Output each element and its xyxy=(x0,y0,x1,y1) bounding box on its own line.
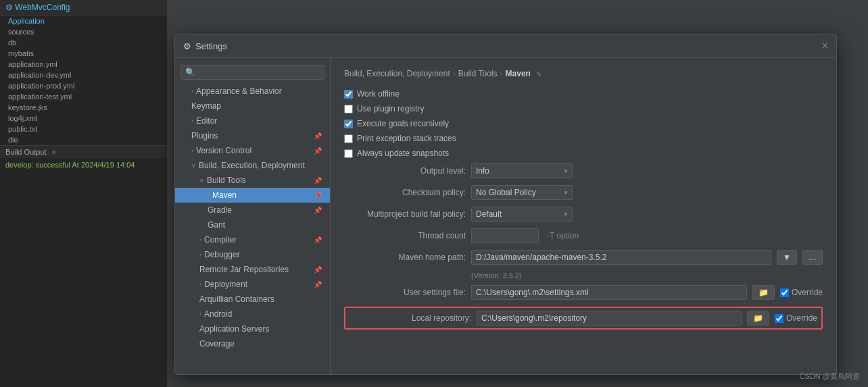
expand-icon: › xyxy=(191,118,193,124)
breadcrumb-edit-icon[interactable]: ✎ xyxy=(536,70,541,78)
output-level-row: Output level: Info Debug Error xyxy=(344,163,823,178)
build-output-close[interactable]: × xyxy=(52,148,56,156)
nav-remote-jar[interactable]: Remote Jar Repositories 📌 xyxy=(175,262,330,277)
nav-build-execution-deployment[interactable]: ∨ Build, Execution, Deployment xyxy=(175,158,330,173)
use-plugin-registry-checkbox[interactable] xyxy=(344,105,353,113)
build-output-tab-label[interactable]: Build Output xyxy=(5,148,47,156)
user-settings-input[interactable] xyxy=(471,285,747,300)
nav-debugger-label: Debugger xyxy=(204,250,240,259)
application-prod-yml-item[interactable]: application-prod.yml xyxy=(0,80,167,91)
application-item[interactable]: Application xyxy=(0,16,167,26)
nav-coverage[interactable]: Coverage xyxy=(175,336,330,351)
user-settings-override-checkbox[interactable] xyxy=(780,288,789,297)
maven-home-browse-button[interactable]: ▼ xyxy=(777,250,797,265)
build-status: develop: successful At 2024/4/19 14:04 xyxy=(0,158,167,172)
pin-icon: 📌 xyxy=(314,132,322,140)
dialog-body: 🔍 › Appearance & Behavior Keymap › Edito… xyxy=(175,58,836,374)
nav-application-servers[interactable]: Application Servers xyxy=(175,321,330,336)
print-exception-checkbox[interactable] xyxy=(344,134,353,143)
dialog-title-bar: ⚙ Settings × xyxy=(175,34,836,58)
nav-gradle-label: Gradle xyxy=(208,205,232,215)
webmvcconfig-item[interactable]: ⚙ WebMvcConfig xyxy=(5,3,70,12)
nav-debugger[interactable]: › Debugger xyxy=(175,247,330,262)
expand-icon: ∨ xyxy=(191,162,196,169)
multiproject-policy-select[interactable]: Default Never Fail At End Fail Fast xyxy=(471,207,573,222)
nav-android[interactable]: › Android xyxy=(175,307,330,321)
maven-version-note: (Version: 3.5.2) xyxy=(471,272,823,280)
multiproject-policy-row: Multiproject build fail policy: Default … xyxy=(344,207,823,222)
nav-appearance-behavior[interactable]: › Appearance & Behavior xyxy=(175,84,330,99)
log4j-xml-item[interactable]: log4j.xml xyxy=(0,113,167,124)
application-yml-item[interactable]: application.yml xyxy=(0,59,167,70)
local-repo-override-checkbox[interactable] xyxy=(775,314,783,323)
breadcrumb-part2: Build Tools xyxy=(458,69,498,78)
keystore-jks-item[interactable]: keystore.jks xyxy=(0,102,167,113)
user-settings-label: User settings file: xyxy=(344,288,466,297)
checksum-policy-row: Checksum policy: No Global Policy Strict… xyxy=(344,185,823,200)
local-repo-override-label[interactable]: Override xyxy=(786,313,817,323)
settings-search-box[interactable]: 🔍 xyxy=(180,65,324,80)
always-update-row: Always update snapshots xyxy=(344,149,823,158)
db-item[interactable]: db xyxy=(0,37,167,48)
build-output-bar: Build Output × xyxy=(0,145,167,158)
settings-nav: 🔍 › Appearance & Behavior Keymap › Edito… xyxy=(175,58,331,374)
nav-version-control[interactable]: › Version Control 📌 xyxy=(175,143,330,158)
nav-gradle[interactable]: Gradle 📌 xyxy=(175,203,330,217)
thread-count-input[interactable] xyxy=(471,228,539,243)
nav-build-execution-label: Build, Execution, Deployment xyxy=(199,161,305,170)
dialog-title-text: Settings xyxy=(195,41,227,51)
multiproject-select-wrapper: Default Never Fail At End Fail Fast xyxy=(471,207,573,222)
nav-gant[interactable]: Gant xyxy=(175,217,330,232)
always-update-checkbox[interactable] xyxy=(344,149,353,158)
expand-icon: › xyxy=(199,311,201,317)
nav-compiler[interactable]: › Compiler 📌 xyxy=(175,232,330,247)
nav-version-control-label: Version Control xyxy=(196,146,251,155)
execute-goals-row: Execute goals recursively xyxy=(344,119,823,128)
checksum-policy-select[interactable]: No Global Policy Strict Lax Warn xyxy=(471,185,573,200)
application-test-yml-item[interactable]: application-test.yml xyxy=(0,91,167,102)
user-settings-override-label[interactable]: Override xyxy=(792,288,823,297)
nav-editor[interactable]: › Editor xyxy=(175,113,330,128)
always-update-label[interactable]: Always update snapshots xyxy=(357,149,449,158)
nav-keymap-label: Keymap xyxy=(191,101,221,111)
maven-home-dots-button[interactable]: … xyxy=(802,250,823,265)
nav-arquillian[interactable]: Arquillian Containers xyxy=(175,292,330,307)
nav-keymap[interactable]: Keymap xyxy=(175,99,330,113)
project-header: ⚙ WebMvcConfig xyxy=(0,0,167,16)
nav-maven[interactable]: › Maven 📌 xyxy=(175,188,330,203)
execute-goals-label[interactable]: Execute goals recursively xyxy=(357,119,449,128)
settings-search-input[interactable] xyxy=(198,68,320,77)
checksum-policy-label: Checksum policy: xyxy=(344,188,466,197)
expand-icon: › xyxy=(199,251,201,258)
work-offline-row: Work offline xyxy=(344,89,823,99)
work-offline-label[interactable]: Work offline xyxy=(357,89,400,99)
modal-area: ⚙ Settings × 🔍 › Appearance & Behavior K… xyxy=(168,0,868,387)
local-repo-browse-button[interactable]: 📁 xyxy=(747,311,769,326)
nav-compiler-label: Compiler xyxy=(204,235,237,244)
maven-home-label: Maven home path: xyxy=(344,253,466,262)
dialog-title: ⚙ Settings xyxy=(183,41,227,51)
nav-plugins[interactable]: Plugins 📌 xyxy=(175,128,330,143)
sources-item[interactable]: sources xyxy=(0,26,167,37)
dle-item[interactable]: dle xyxy=(0,134,167,145)
mybatis-item[interactable]: mybatis xyxy=(0,48,167,59)
dialog-close-button[interactable]: × xyxy=(822,40,828,52)
thread-count-label: Thread count xyxy=(344,231,466,240)
nav-build-tools[interactable]: ∨ Build Tools 📌 xyxy=(175,173,330,188)
nav-deployment[interactable]: › Deployment 📌 xyxy=(175,277,330,292)
use-plugin-registry-label[interactable]: Use plugin registry xyxy=(357,104,424,113)
public-txt-item[interactable]: public.txt xyxy=(0,124,167,134)
user-settings-browse-button[interactable]: 📁 xyxy=(752,285,775,300)
work-offline-checkbox[interactable] xyxy=(344,90,353,99)
breadcrumb-part1: Build, Execution, Deployment xyxy=(344,69,450,78)
nav-application-servers-label: Application Servers xyxy=(199,324,269,334)
application-dev-yml-item[interactable]: application-dev.yml xyxy=(0,70,167,80)
print-exception-label[interactable]: Print exception stack traces xyxy=(357,134,456,143)
pin-icon: 📌 xyxy=(314,207,322,214)
expand-icon: › xyxy=(191,147,193,154)
maven-home-input[interactable] xyxy=(471,250,771,265)
expand-icon: › xyxy=(199,236,201,243)
output-level-select[interactable]: Info Debug Error xyxy=(471,163,573,178)
local-repo-input[interactable] xyxy=(477,311,742,326)
execute-goals-checkbox[interactable] xyxy=(344,120,353,128)
